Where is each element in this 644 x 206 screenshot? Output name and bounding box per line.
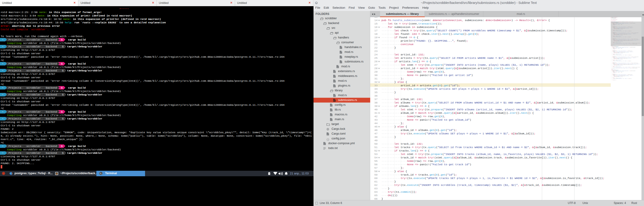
svg-text:<>: <> — [324, 143, 325, 145]
svg-text:<>: <> — [330, 105, 332, 106]
svg-text:<>: <> — [330, 119, 332, 121]
svg-text:<>: <> — [340, 62, 341, 63]
svg-text:<>: <> — [327, 134, 328, 135]
svg-text:<>: <> — [334, 100, 335, 102]
svg-text:<>: <> — [334, 71, 335, 73]
svg-text:S: S — [56, 173, 58, 175]
svg-text:<>: <> — [334, 95, 335, 97]
svg-text:<>: <> — [337, 66, 338, 68]
svg-text:<>: <> — [330, 114, 332, 116]
svg-text:<>: <> — [334, 81, 335, 82]
svg-text:<>: <> — [334, 86, 335, 87]
svg-text:<>: <> — [330, 110, 332, 111]
svg-text:<>: <> — [340, 47, 341, 49]
svg-text:<>: <> — [340, 57, 341, 58]
svg-text:<>: <> — [334, 76, 335, 77]
svg-text:<>: <> — [340, 52, 341, 53]
